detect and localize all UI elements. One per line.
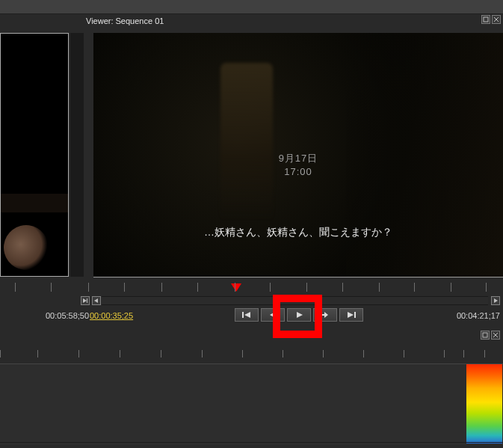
go-to-end-button[interactable] (339, 308, 363, 322)
svg-rect-8 (242, 312, 244, 318)
go-end-icon (346, 311, 357, 319)
svg-rect-14 (354, 312, 356, 318)
scroll-left-icon (93, 298, 99, 304)
ruler-tick (37, 350, 38, 358)
playhead-icon (231, 283, 241, 292)
viewer-panel-header: Viewer: Sequence 01 (86, 15, 501, 27)
svg-rect-15 (483, 333, 487, 337)
menubar (0, 0, 503, 14)
svg-rect-5 (87, 298, 87, 303)
program-viewer[interactable]: 9月17日 17:00 …妖精さん、妖精さん、聞こえますか？ (93, 33, 503, 277)
next-frame-button[interactable] (313, 308, 337, 322)
svg-marker-9 (244, 312, 250, 318)
overlay-date: 9月17日 (279, 153, 318, 164)
scroll-right-icon (493, 298, 499, 304)
panel-close-button[interactable] (492, 15, 501, 24)
viewer-ruler[interactable] (0, 281, 503, 296)
ruler-tick (235, 283, 235, 292)
ruler-tick (463, 350, 464, 358)
ruler-tick (120, 350, 120, 358)
ruler-tick (342, 283, 343, 292)
timecode-duration: 00:04:21;17 (457, 311, 500, 320)
ruler-tick (202, 350, 203, 358)
go-start-icon (241, 311, 252, 319)
play-icon (294, 311, 304, 319)
transport-buttons (235, 308, 363, 322)
play-button[interactable] (287, 308, 311, 322)
transport-row: 00:05:58;50 00:00:35;25 00:04:21;17 (0, 308, 503, 326)
svg-marker-10 (270, 312, 275, 318)
panel-close-button[interactable] (491, 331, 500, 340)
panel-maximize-button[interactable] (481, 15, 490, 24)
svg-rect-0 (484, 17, 488, 22)
scrub-left-button[interactable] (92, 296, 101, 305)
svg-marker-6 (94, 298, 98, 303)
ruler-tick (197, 283, 198, 292)
maximize-icon (483, 16, 489, 22)
ruler-tick (486, 283, 487, 292)
scrub-track[interactable] (102, 296, 488, 305)
next-frame-icon (320, 311, 330, 319)
source-strip (70, 33, 84, 277)
ruler-tick (15, 283, 16, 292)
track-separator (0, 442, 503, 443)
ruler-tick (444, 350, 445, 358)
svg-marker-13 (348, 312, 354, 318)
ruler-tick (88, 283, 89, 292)
svg-marker-11 (297, 312, 303, 318)
ruler-tick (414, 283, 415, 292)
ruler-tick (323, 350, 324, 358)
ruler-tick (270, 283, 271, 292)
timeline-panel-header (0, 331, 503, 343)
ruler-tick (78, 350, 79, 358)
playhead-marker[interactable] (231, 283, 241, 293)
ruler-tick (306, 283, 307, 292)
ruler-tick (51, 283, 52, 292)
timecode-current[interactable]: 00:00:35;25 (90, 311, 133, 320)
svg-marker-12 (322, 312, 328, 318)
ruler-tick (451, 283, 451, 292)
close-icon (493, 16, 499, 22)
maximize-icon (482, 332, 488, 338)
ruler-tick (161, 350, 161, 358)
ruler-tick (363, 350, 364, 358)
ruler-tick (404, 350, 404, 358)
go-to-start-button[interactable] (235, 308, 259, 322)
viewer-title: Viewer: Sequence 01 (86, 16, 164, 25)
ruler-tick (283, 350, 283, 358)
step-right-icon (82, 298, 88, 304)
svg-marker-3 (231, 283, 241, 292)
thumb-detail (1, 194, 68, 212)
ruler-tick (379, 283, 380, 292)
scrub-right-button[interactable] (491, 296, 500, 305)
scrub-row (0, 296, 503, 307)
timeline-tracks[interactable] (0, 363, 503, 445)
panel-maximize-button[interactable] (481, 331, 490, 340)
ruler-tick (161, 283, 162, 292)
ruler-tick (242, 350, 243, 358)
source-thumbnail[interactable] (0, 33, 69, 277)
overlay-datetime: 9月17日 17:00 (93, 152, 503, 179)
ruler-tick (0, 350, 1, 358)
overlay-time: 17:00 (284, 166, 312, 177)
close-icon (493, 332, 499, 338)
timecode-source: 00:05:58;50 (46, 311, 89, 320)
ruler-tick (124, 283, 125, 292)
ruler-tick (484, 350, 485, 358)
prev-frame-icon (268, 311, 278, 319)
scrub-step-button[interactable] (81, 296, 90, 305)
scene-detail (220, 63, 273, 220)
thumb-detail (0, 220, 54, 274)
timeline-ruler[interactable] (0, 349, 503, 362)
previous-frame-button[interactable] (261, 308, 285, 322)
svg-marker-4 (83, 298, 87, 303)
video-clip[interactable] (466, 364, 502, 444)
overlay-subtitle: …妖精さん、妖精さん、聞こえますか？ (93, 226, 503, 239)
viewer-frame: 9月17日 17:00 …妖精さん、妖精さん、聞こえますか？ (93, 33, 503, 277)
svg-marker-7 (494, 298, 498, 303)
